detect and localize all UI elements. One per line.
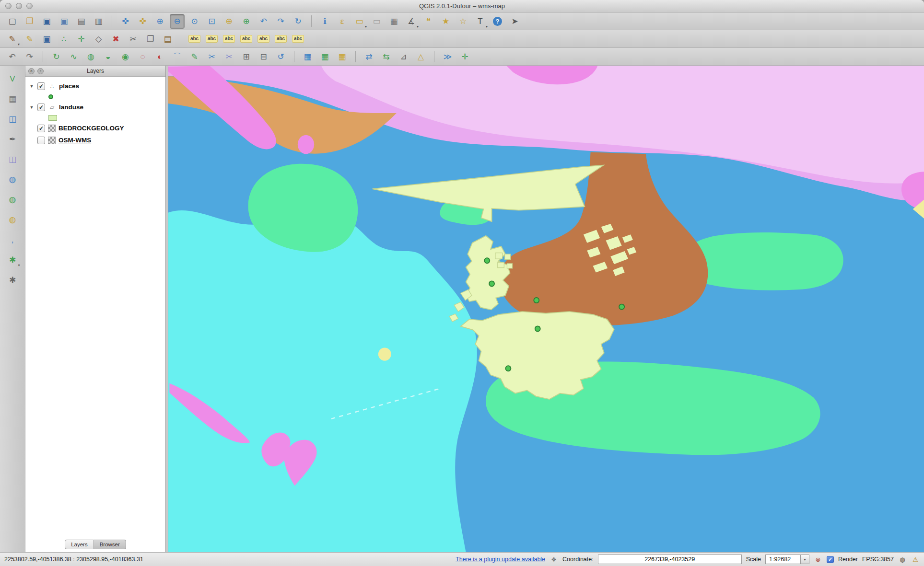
topology-checker-button[interactable]: ⊿	[396, 49, 411, 64]
spatial-query-button[interactable]: △	[413, 49, 428, 64]
add-mssql-layer-button[interactable]: ◫	[5, 152, 20, 167]
add-wcs-layer-button[interactable]: ◍	[5, 192, 20, 207]
layer-visibility-checkbox[interactable]: ✓	[37, 104, 45, 111]
layer-labeling-options-button[interactable]: abc	[187, 32, 202, 46]
identify-features-button[interactable]: ℹ	[317, 14, 332, 29]
close-window-button[interactable]	[5, 3, 12, 9]
plugin-update-link[interactable]: There is a plugin update available	[456, 556, 545, 563]
delete-ring-button[interactable]: ◌	[135, 49, 150, 64]
layer-item-osm-wms[interactable]: OSM-WMS	[25, 134, 165, 146]
render-checkbox[interactable]: ✓	[827, 556, 834, 563]
merge-selected-features-button[interactable]: ⊞	[239, 49, 254, 64]
measure-button[interactable]: ∡▾	[404, 14, 419, 29]
scale-combo[interactable]: 1:92682 ▾	[765, 554, 809, 564]
pan-map-button[interactable]: ✜	[118, 14, 133, 29]
zoom-in-button[interactable]: ⊕	[152, 14, 167, 29]
expand-arrow-icon[interactable]: ▼	[29, 84, 35, 89]
layer-item-places[interactable]: ▼✓∴places	[25, 80, 165, 92]
move-feature-button[interactable]: ✛	[74, 32, 89, 46]
combo-arrow-icon[interactable]: ▾	[800, 555, 809, 564]
coordinate-input[interactable]	[598, 554, 742, 564]
plugin-manager-button[interactable]: ✛	[457, 49, 472, 64]
delete-selected-button[interactable]: ✖	[108, 32, 123, 46]
add-wms-layer-button[interactable]: ◍	[5, 172, 20, 187]
plugin-icon[interactable]: ❖	[550, 555, 558, 564]
layer-item-landuse[interactable]: ▼✓▱landuse	[25, 101, 165, 113]
zoom-full-extent-button[interactable]: ⊡	[204, 14, 219, 29]
toggle-editing-button[interactable]: ✎	[22, 32, 37, 46]
open-project-button[interactable]: ❐	[22, 14, 37, 29]
map-canvas[interactable]	[168, 66, 924, 552]
zoom-last-button[interactable]: ↶	[256, 14, 271, 29]
stop-rendering-icon[interactable]: ⊗	[814, 555, 822, 564]
new-bookmark-button[interactable]: ★	[438, 14, 453, 29]
layer-visibility-checkbox[interactable]: ✓	[37, 82, 45, 90]
new-spatialite-layer-button[interactable]: ✱	[5, 273, 20, 288]
new-print-composer-button[interactable]: ▤	[74, 14, 89, 29]
save-project-as-button[interactable]: ▣	[57, 14, 71, 29]
zoom-window-button[interactable]	[26, 3, 33, 9]
add-raster-layer-button[interactable]: ▦	[5, 92, 20, 106]
split-parts-button[interactable]: ✂	[222, 49, 236, 64]
reshape-features-button[interactable]: ✎	[187, 49, 202, 64]
crs-status-icon[interactable]: ◍	[898, 555, 907, 564]
zoom-out-button[interactable]: ⊖	[170, 14, 185, 29]
offline-editing-convert-button[interactable]: ⇄	[362, 49, 376, 64]
new-project-button[interactable]: ▢	[5, 14, 20, 29]
panel-tab-layers[interactable]: Layers	[65, 540, 94, 549]
map-tips-button[interactable]: ❝	[421, 14, 436, 29]
composer-manager-button[interactable]: ▥	[91, 14, 106, 29]
whats-this-button[interactable]: ➤	[507, 14, 522, 29]
text-annotation-button[interactable]: T▾	[473, 14, 488, 29]
move-label-button[interactable]: abc	[256, 32, 271, 46]
offset-curve-button[interactable]: ⌒	[170, 49, 185, 64]
select-features-button[interactable]: ▭▾	[352, 14, 367, 29]
merge-feature-attributes-button[interactable]: ⊟	[256, 49, 271, 64]
layer-visibility-checkbox[interactable]: ✓	[37, 125, 45, 132]
add-wfs-layer-button[interactable]: ◍	[5, 212, 20, 227]
zoom-to-layer-button[interactable]: ⊕	[239, 14, 254, 29]
attribute-table-dock-button[interactable]: ▦	[300, 49, 315, 64]
offline-editing-sync-button[interactable]: ⇆	[379, 49, 394, 64]
zoom-native-resolution-button[interactable]: ⊙	[187, 14, 202, 29]
delete-part-button[interactable]: ◐	[152, 49, 167, 64]
add-part-button[interactable]: ◒	[101, 49, 116, 64]
change-label-properties-button[interactable]: abc	[291, 32, 305, 46]
save-project-button[interactable]: ▣	[39, 14, 54, 29]
label-toolbar-settings-button[interactable]: abc	[204, 32, 219, 46]
highlight-pinned-labels-button[interactable]: abc	[239, 32, 254, 46]
add-ring-button[interactable]: ◍	[83, 49, 98, 64]
refresh-map-button[interactable]: ↻	[291, 14, 305, 29]
zoom-next-button[interactable]: ↷	[273, 14, 288, 29]
help-button[interactable]: ?	[490, 14, 505, 29]
add-delimited-text-layer-button[interactable]: ,	[5, 232, 20, 247]
open-attribute-table-button[interactable]: ▦	[386, 14, 401, 29]
node-tool-button[interactable]: ◇	[91, 32, 106, 46]
layer-item-bedrockgeology[interactable]: ✓BEDROCKGEOLOGY	[25, 122, 165, 134]
add-feature-button[interactable]: ∴	[57, 32, 71, 46]
pan-to-selection-button[interactable]: ✜	[135, 14, 150, 29]
add-postgis-layer-button[interactable]: ◫	[5, 112, 20, 127]
copy-features-button[interactable]: ❐	[143, 32, 158, 46]
rotate-point-symbols-button[interactable]: ↺	[273, 49, 288, 64]
python-console-button[interactable]: ≫	[440, 49, 455, 64]
undo-button[interactable]: ↶	[5, 49, 20, 64]
fill-ring-button[interactable]: ◉	[118, 49, 133, 64]
pin-unpin-labels-button[interactable]: abc	[222, 32, 236, 46]
current-edits-button[interactable]: ✎▾	[5, 32, 20, 46]
cut-features-button[interactable]: ✂	[126, 32, 140, 46]
field-calculator-button[interactable]: ▦	[317, 49, 332, 64]
zoom-to-selection-button[interactable]: ⊕	[222, 14, 236, 29]
conditional-formatting-button[interactable]: ▦	[335, 49, 350, 64]
select-by-expression-button[interactable]: ε	[335, 14, 350, 29]
rotate-label-button[interactable]: abc	[273, 32, 288, 46]
add-vector-layer-button[interactable]: V	[5, 71, 20, 86]
deselect-features-button[interactable]: ▭	[369, 14, 384, 29]
paste-features-button[interactable]: ▤	[160, 32, 175, 46]
rotate-feature-button[interactable]: ↻	[49, 49, 64, 64]
expand-arrow-icon[interactable]: ▼	[29, 105, 35, 110]
split-features-button[interactable]: ✂	[204, 49, 219, 64]
minimize-window-button[interactable]	[16, 3, 22, 9]
redo-button[interactable]: ↷	[22, 49, 37, 64]
layer-visibility-checkbox[interactable]	[37, 137, 45, 144]
